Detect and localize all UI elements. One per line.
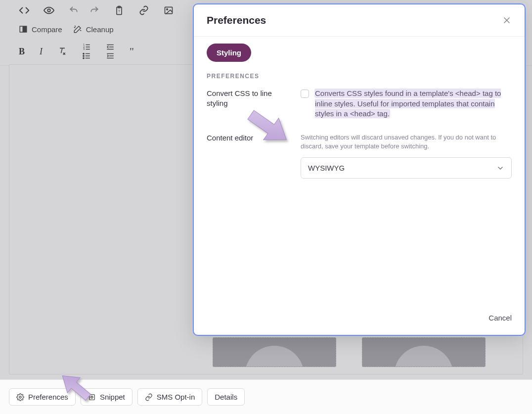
sms-opt-in-label: SMS Opt-in: [157, 393, 195, 401]
indent-group: [106, 43, 115, 60]
pref-convert-css-control: Converts CSS styles found in a template'…: [301, 89, 512, 119]
svg-text:3: 3: [83, 47, 85, 50]
cleanup-button[interactable]: Cleanup: [73, 25, 114, 34]
compare-label: Compare: [32, 25, 62, 34]
svg-text:T: T: [118, 9, 120, 13]
outdent-icon[interactable]: [106, 43, 115, 51]
svg-point-17: [83, 53, 84, 54]
close-icon[interactable]: [502, 15, 512, 25]
quote-icon[interactable]: ": [130, 48, 134, 54]
compare-icon: [19, 25, 28, 34]
cancel-button[interactable]: Cancel: [488, 314, 512, 322]
ordered-list-icon[interactable]: 123: [82, 43, 91, 51]
unordered-list-icon[interactable]: [82, 51, 91, 60]
link-icon: [145, 393, 153, 401]
content-editor-value: WYSIWYG: [308, 164, 345, 172]
template-thumbnail[interactable]: [213, 337, 336, 367]
convert-css-help: Converts CSS styles found in a template'…: [315, 89, 512, 119]
modal-footer: Cancel: [194, 304, 525, 335]
convert-css-help-text: Converts CSS styles found in a template'…: [315, 89, 501, 118]
cleanup-label: Cleanup: [86, 25, 114, 34]
undo-redo-group: [68, 5, 100, 16]
svg-point-26: [19, 396, 21, 398]
svg-point-0: [47, 9, 50, 12]
code-icon[interactable]: [19, 5, 30, 16]
eye-icon[interactable]: [44, 5, 54, 16]
tab-styling[interactable]: Styling: [207, 44, 251, 62]
italic-icon[interactable]: I: [40, 46, 43, 57]
template-thumbnail[interactable]: [362, 337, 486, 367]
preferences-modal: Preferences Styling PREFERENCES Convert …: [193, 3, 526, 336]
modal-body: Styling PREFERENCES Convert CSS to line …: [194, 37, 525, 304]
svg-point-18: [83, 55, 84, 56]
content-editor-note: Switching editors will discard unsaved c…: [301, 133, 512, 150]
image-icon[interactable]: [163, 5, 174, 16]
annotation-arrow-icon: [53, 367, 98, 407]
indent-icon[interactable]: [106, 51, 115, 60]
details-button[interactable]: Details: [207, 388, 245, 406]
compare-button[interactable]: Compare: [19, 25, 62, 34]
redo-icon[interactable]: [89, 5, 100, 16]
content-editor-select[interactable]: WYSIWYG: [301, 157, 512, 179]
svg-rect-6: [20, 26, 23, 32]
convert-css-checkbox[interactable]: [301, 90, 309, 98]
svg-point-5: [167, 9, 168, 10]
modal-title: Preferences: [207, 14, 266, 26]
modal-header: Preferences: [194, 4, 525, 36]
bold-icon[interactable]: B: [19, 46, 25, 57]
chevron-down-icon: [496, 164, 504, 172]
details-label: Details: [215, 393, 237, 401]
svg-marker-31: [243, 104, 294, 151]
thumbnail-strip: [213, 337, 502, 368]
clipboard-icon[interactable]: T: [114, 5, 125, 16]
undo-icon[interactable]: [68, 5, 79, 16]
wand-icon: [73, 25, 82, 34]
svg-point-19: [83, 57, 84, 58]
snippet-label: Snippet: [100, 393, 125, 401]
clear-formatting-icon[interactable]: [57, 46, 67, 56]
svg-marker-32: [56, 368, 94, 405]
svg-rect-7: [24, 26, 27, 32]
sms-opt-in-button[interactable]: SMS Opt-in: [137, 388, 203, 406]
section-label: PREFERENCES: [207, 73, 512, 80]
link-icon[interactable]: [138, 5, 149, 16]
gear-icon: [16, 393, 24, 401]
annotation-arrow-icon: [237, 99, 297, 153]
list-group: 123: [82, 43, 91, 60]
